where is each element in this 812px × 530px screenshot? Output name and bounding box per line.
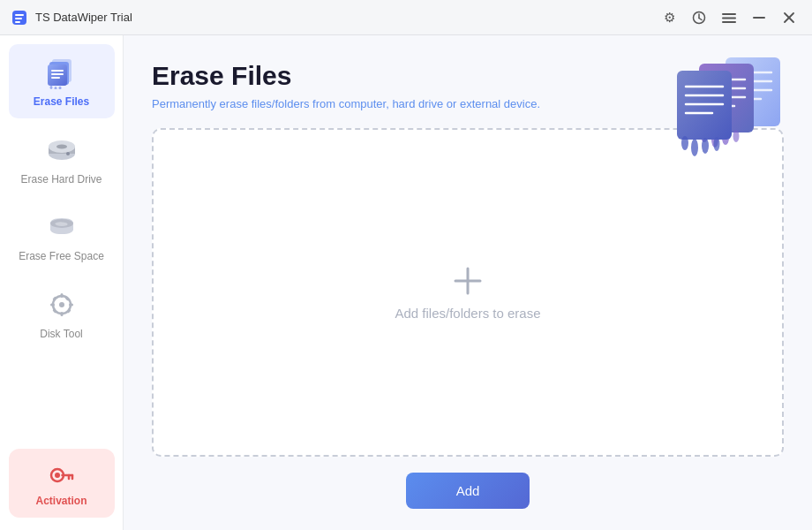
svg-rect-1 <box>15 14 24 16</box>
window-controls: ⚙ <box>657 5 801 30</box>
activation-icon <box>48 461 76 489</box>
svg-point-30 <box>59 302 64 307</box>
svg-point-20 <box>54 87 56 89</box>
activation-label: Activation <box>35 495 86 507</box>
svg-point-66 <box>714 137 720 151</box>
svg-rect-9 <box>722 21 736 23</box>
erase-free-space-icon <box>44 209 79 245</box>
svg-point-40 <box>55 473 60 478</box>
svg-rect-2 <box>15 18 22 19</box>
add-plus-icon <box>452 265 484 297</box>
content-area: Erase Files Permanently erase files/fold… <box>124 35 812 530</box>
settings-button[interactable]: ⚙ <box>657 5 681 30</box>
disk-tool-label: Disk Tool <box>40 328 82 342</box>
svg-rect-10 <box>753 17 765 19</box>
svg-point-63 <box>681 136 688 150</box>
svg-rect-34 <box>69 303 73 306</box>
svg-point-57 <box>733 130 740 142</box>
erase-files-label: Erase Files <box>34 95 89 110</box>
app-title: TS DataWiper Trial <box>35 11 657 24</box>
svg-point-26 <box>66 152 70 155</box>
svg-point-65 <box>702 138 709 154</box>
svg-rect-3 <box>15 21 20 23</box>
svg-rect-31 <box>60 293 63 298</box>
svg-line-6 <box>699 18 702 19</box>
sidebar: Erase Files Erase Hard Drive <box>0 35 124 530</box>
close-button[interactable] <box>777 5 801 30</box>
svg-rect-33 <box>50 303 55 306</box>
sidebar-item-activation[interactable]: Activation <box>9 449 115 518</box>
menu-button[interactable] <box>717 5 741 30</box>
history-button[interactable] <box>687 5 711 30</box>
sidebar-item-erase-files[interactable]: Erase Files <box>9 44 115 118</box>
minimize-button[interactable] <box>747 5 771 30</box>
sidebar-item-erase-hard-drive[interactable]: Erase Hard Drive <box>9 122 115 196</box>
page-title: Erase Files <box>152 60 540 92</box>
erase-files-icon <box>44 55 79 90</box>
svg-rect-32 <box>60 312 63 316</box>
sidebar-item-disk-tool[interactable]: Disk Tool <box>9 276 115 351</box>
disk-tool-icon <box>44 287 79 322</box>
svg-point-19 <box>49 86 52 89</box>
add-button[interactable]: Add <box>406 473 530 509</box>
erase-free-space-label: Erase Free Space <box>19 250 104 264</box>
drop-zone[interactable]: Add files/folders to erase <box>152 128 784 457</box>
svg-rect-8 <box>722 17 736 19</box>
svg-point-25 <box>56 144 67 148</box>
svg-rect-7 <box>722 13 736 15</box>
svg-point-64 <box>691 139 698 156</box>
erase-hard-drive-label: Erase Hard Drive <box>20 173 102 187</box>
drop-zone-label: Add files/folders to erase <box>395 306 540 321</box>
title-bar: TS DataWiper Trial ⚙ <box>0 0 812 35</box>
page-subtitle: Permanently erase files/folders from com… <box>152 97 540 110</box>
app-icon <box>11 9 28 26</box>
erase-hard-drive-icon <box>44 132 79 168</box>
sidebar-item-erase-free-space[interactable]: Erase Free Space <box>9 199 115 273</box>
hero-illustration <box>673 53 787 159</box>
app-body: Erase Files Erase Hard Drive <box>0 35 812 530</box>
svg-point-21 <box>58 87 61 89</box>
content-header-left: Erase Files Permanently erase files/fold… <box>152 60 540 110</box>
